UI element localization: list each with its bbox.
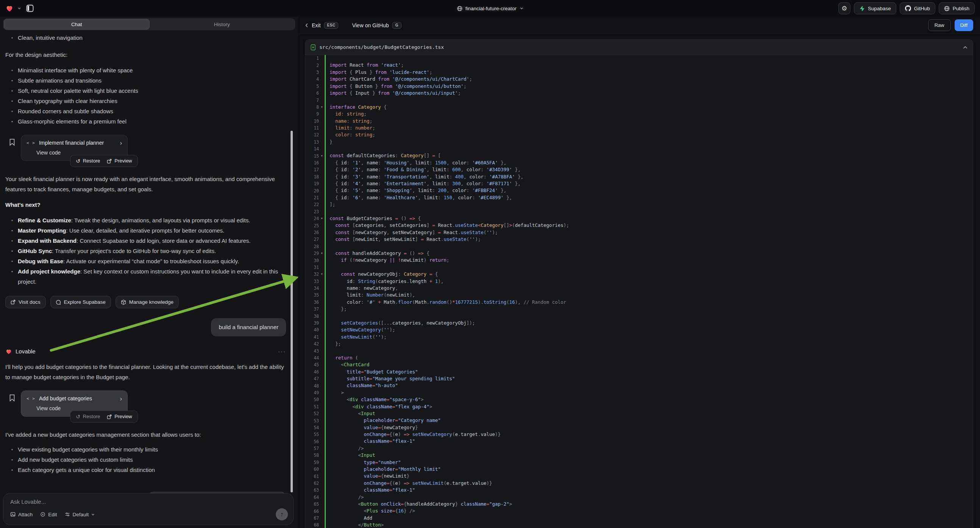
tab-history[interactable]: History xyxy=(150,19,295,30)
attach-button[interactable]: Attach xyxy=(10,512,33,517)
code-lines[interactable]: 12import React from 'react';3import { Pl… xyxy=(305,55,973,528)
code-line: 44 return ( xyxy=(305,355,973,361)
diff-toggle-button[interactable]: Diff xyxy=(955,19,973,31)
diff-added-bar xyxy=(325,347,326,354)
code-line: 56 className="flex-1" xyxy=(305,438,973,445)
lovable-logo-heart-icon[interactable] xyxy=(5,4,14,13)
raw-toggle-button[interactable]: Raw xyxy=(928,19,951,31)
code-line: 26 const [newCategory, setNewCategory] =… xyxy=(305,229,973,236)
mode-selector[interactable]: Default xyxy=(65,512,95,517)
restore-button[interactable]: ↺ Restore xyxy=(76,413,100,420)
bullet-item: Each category gets a unique color for vi… xyxy=(5,465,286,475)
code-line: 1 xyxy=(305,55,973,62)
bullet-item: Add new budget categories with custom li… xyxy=(5,455,286,465)
file-diff-card: src/components/budget/BudgetCategories.t… xyxy=(305,40,973,528)
tab-chat[interactable]: Chat xyxy=(4,19,150,30)
code-line: 19 { id: '4', name: 'Entertainment', lim… xyxy=(305,180,973,187)
explore-supabase-button[interactable]: Explore Supabase xyxy=(50,296,111,308)
github-button[interactable]: GitHub xyxy=(900,2,935,14)
preview-button[interactable]: Preview xyxy=(107,413,132,420)
code-line: 55 onChange={(e) => setNewCategory(e.tar… xyxy=(305,431,973,438)
code-line: 45 <ChartCard xyxy=(305,361,973,368)
composer-toolbar: Attach Edit Default xyxy=(10,508,288,520)
bookmark-icon[interactable] xyxy=(9,394,15,401)
file-header[interactable]: src/components/budget/BudgetCategories.t… xyxy=(305,40,973,55)
esc-key-badge: ESC xyxy=(324,22,338,29)
code-line: 32▾ const newCategoryObj: Category = { xyxy=(305,271,973,278)
chat-bubble-icon xyxy=(56,300,61,305)
code-header: Exit ESC View on GitHub G Raw Diff xyxy=(298,17,980,34)
publish-button[interactable]: Publish xyxy=(939,2,975,14)
diff-added-bar xyxy=(325,55,326,62)
more-options-icon[interactable]: ··· xyxy=(278,346,286,356)
code-line: 14 xyxy=(305,145,973,152)
diff-added-bar xyxy=(325,264,326,271)
code-line: 16 { id: '1', name: 'Housing', limit: 15… xyxy=(305,159,973,166)
version-actions: ↺ Restore Preview xyxy=(70,410,138,423)
added-bullet-list: View existing budget categories with the… xyxy=(5,444,286,475)
code-line: 18 { id: '3', name: 'Transportation', li… xyxy=(305,173,973,180)
code-line: 21 { id: '6', name: 'Healthcare', limit:… xyxy=(305,194,973,201)
bullet-item: Add project knowledge: Set key context o… xyxy=(5,266,286,287)
send-button[interactable]: ↑ xyxy=(276,508,288,520)
chevron-down-icon xyxy=(91,513,95,516)
globe-icon xyxy=(944,6,950,11)
code-line: 30 if (!newCategory || !newLimit) return… xyxy=(305,257,973,264)
whats-next-heading: What's next? xyxy=(5,200,286,210)
bullet-item: Glass-morphic elements for a premium fee… xyxy=(5,116,286,127)
project-switcher[interactable]: financial-future-creator xyxy=(457,0,523,17)
assistant-text: Your sleek financial planner is now read… xyxy=(5,174,286,194)
code-line: 22]; xyxy=(305,201,973,208)
file-path: src/components/budget/BudgetCategories.t… xyxy=(319,44,444,50)
arrow-up-icon: ↑ xyxy=(280,511,283,518)
assistant-text: I've added a new budget categories manag… xyxy=(5,429,286,440)
edit-button[interactable]: Edit xyxy=(40,512,57,517)
visit-docs-button[interactable]: Visit docs xyxy=(5,296,46,308)
sliders-icon xyxy=(65,512,70,517)
code-line: 2import React from 'react'; xyxy=(305,62,973,68)
bookmark-icon[interactable] xyxy=(9,138,15,146)
target-icon xyxy=(40,512,45,517)
code-line: 53 placeholder="Category name" xyxy=(305,417,973,424)
chevron-down-icon[interactable] xyxy=(18,6,21,10)
settings-button[interactable]: ⚙ xyxy=(838,2,850,14)
chat-message-list[interactable]: Clean, intuitive navigation For the desi… xyxy=(0,30,298,528)
chat-input[interactable] xyxy=(10,498,288,508)
supabase-label: Supabase xyxy=(868,6,891,11)
view-on-github-button[interactable]: View on GitHub G xyxy=(352,22,401,29)
chat-history-tabs: Chat History xyxy=(3,18,295,30)
external-link-icon xyxy=(107,414,112,419)
chevron-left-icon xyxy=(305,23,309,28)
exit-button[interactable]: Exit ESC xyxy=(305,22,338,29)
lovable-heart-icon xyxy=(5,348,12,355)
chevron-down-icon xyxy=(520,6,523,10)
code-line: 41 setNewLimit(''); xyxy=(305,334,973,340)
bullet-item: GitHub Sync: Transfer your project's cod… xyxy=(5,246,286,256)
code-line: 52 <Input xyxy=(305,410,973,417)
publish-label: Publish xyxy=(953,6,969,11)
version-card-title: Add budget categories xyxy=(39,395,92,402)
code-line: 13} xyxy=(305,138,973,145)
chevron-right-icon: › xyxy=(120,140,122,146)
code-line: 6import { Input } from '@/components/ui/… xyxy=(305,90,973,97)
version-card-title: Implement financial planner xyxy=(39,139,104,146)
code-line: 4import ChartCard from '@/components/ui/… xyxy=(305,76,973,83)
code-line: 46 title="Budget Categories" xyxy=(305,369,973,375)
version-actions: ↺ Restore Preview xyxy=(70,155,138,167)
sidebar-toggle-icon[interactable] xyxy=(25,3,35,13)
code-line: 57 /> xyxy=(305,445,973,452)
supabase-button[interactable]: Supabase xyxy=(854,2,896,14)
restore-button[interactable]: ↺ Restore xyxy=(76,158,100,164)
code-line: 40 setNewCategory(''); xyxy=(305,326,973,333)
code-line: 3import { Plus } from 'lucide-react'; xyxy=(305,69,973,76)
composer: Attach Edit Default xyxy=(3,493,294,525)
code-line: 65 <Button onClick={handleAddCategory} c… xyxy=(305,501,973,507)
collapse-chevron-up-icon[interactable] xyxy=(963,46,967,49)
chat-scrollbar[interactable] xyxy=(291,131,293,492)
topbar-right: ⚙ Supabase GitHub Publish xyxy=(838,2,975,14)
code-line: 60 placeholder="Monthly limit" xyxy=(305,466,973,473)
manage-knowledge-button[interactable]: Manage knowledge xyxy=(116,296,179,308)
code-line: 37 }; xyxy=(305,306,973,312)
preview-button[interactable]: Preview xyxy=(107,158,132,164)
code-line: 25 const [categories, setCategories] = R… xyxy=(305,222,973,229)
